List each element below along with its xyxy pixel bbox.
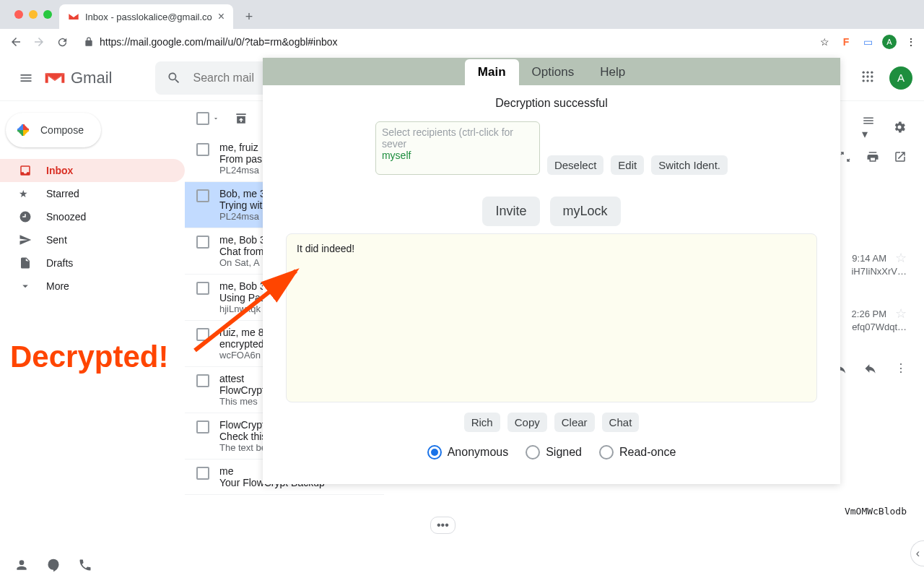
mode-signed[interactable]: Signed: [526, 445, 582, 460]
lock-icon: [84, 37, 94, 47]
message-body-code: VmOMWcBlodb: [401, 506, 907, 517]
settings-icon[interactable]: [892, 120, 907, 134]
back-button[interactable]: [6, 32, 26, 52]
message-time: 9:14 AM: [852, 253, 886, 264]
mail-checkbox[interactable]: [196, 189, 211, 222]
url-text: https://mail.google.com/mail/u/0/?tab=rm…: [100, 36, 338, 48]
decrypted-message-box[interactable]: It did indeed!: [286, 233, 817, 402]
sidebar-item-drafts[interactable]: Drafts: [0, 251, 185, 275]
annotation-decrypted: Decrypted!: [10, 340, 168, 374]
gmail-logo-text: Gmail: [71, 69, 112, 87]
mode-row: Anonymous Signed Read-once: [263, 445, 840, 460]
clock-icon: [19, 210, 33, 223]
edit-button[interactable]: Edit: [611, 155, 644, 175]
gmail-logo[interactable]: Gmail: [43, 69, 112, 87]
deselect-button[interactable]: Deselect: [547, 155, 603, 175]
star-icon[interactable]: ☆: [895, 250, 907, 266]
url-field[interactable]: https://mail.google.com/mail/u/0/?tab=rm…: [75, 32, 814, 52]
browser-tab[interactable]: Inbox - passlokalice@gmail.co ×: [59, 4, 233, 29]
close-tab-icon[interactable]: ×: [218, 10, 225, 23]
mode-readonce[interactable]: Read-once: [599, 445, 676, 460]
address-bar: https://mail.google.com/mail/u/0/?tab=rm…: [0, 29, 924, 55]
ext-translate-icon[interactable]: ▭: [860, 35, 875, 49]
maximize-window-icon[interactable]: [43, 10, 52, 19]
profile-avatar-small[interactable]: A: [882, 35, 897, 49]
recipient-select[interactable]: Select recipients (ctrl-click for sever …: [375, 121, 540, 175]
svg-point-8: [871, 79, 873, 82]
svg-point-0: [863, 71, 865, 73]
ext-f-icon[interactable]: F: [839, 35, 853, 49]
star-icon[interactable]: ☆: [817, 35, 832, 49]
recipient-placeholder: Select recipients (ctrl-click for sever: [382, 126, 533, 150]
window-controls: [7, 0, 59, 29]
toggle-pane-icon[interactable]: ▾: [862, 114, 875, 141]
tab-strip: Inbox - passlokalice@gmail.co × +: [0, 0, 924, 29]
svg-point-4: [866, 75, 868, 77]
more-icon[interactable]: ⋮: [895, 361, 907, 376]
radio-icon: [427, 445, 442, 460]
sidebar-item-snoozed[interactable]: Snoozed: [0, 205, 185, 228]
sidebar-item-starred[interactable]: ★Starred: [0, 182, 185, 205]
sidebar-footer: [14, 558, 92, 572]
mode-anonymous[interactable]: Anonymous: [427, 445, 509, 460]
person-icon[interactable]: [14, 558, 29, 572]
big-button-row: Invite myLock: [263, 197, 840, 226]
clear-button[interactable]: Clear: [554, 413, 595, 432]
archive-icon[interactable]: [234, 111, 248, 126]
phone-icon[interactable]: [78, 558, 92, 572]
apps-grid-icon[interactable]: [860, 69, 878, 87]
passlok-overlay: Main Options Help Decryption successful …: [263, 58, 840, 484]
star-icon[interactable]: ☆: [895, 306, 907, 322]
close-window-icon[interactable]: [14, 10, 23, 19]
search-icon: [167, 71, 181, 85]
expand-icon[interactable]: [839, 150, 852, 163]
svg-line-9: [195, 271, 296, 350]
reply-icon[interactable]: [863, 361, 878, 376]
tab-help[interactable]: Help: [587, 59, 638, 85]
rich-button[interactable]: Rich: [464, 413, 500, 432]
sidebar-item-inbox[interactable]: Inbox: [0, 159, 185, 182]
action-row: Rich Copy Clear Chat: [263, 413, 840, 432]
svg-point-5: [871, 75, 873, 77]
compose-button[interactable]: Compose: [6, 113, 101, 147]
copy-button[interactable]: Copy: [507, 413, 547, 432]
tab-options[interactable]: Options: [519, 59, 588, 85]
browser-chrome: Inbox - passlokalice@gmail.co × + https:…: [0, 0, 924, 55]
recipient-myself[interactable]: myself: [382, 150, 533, 161]
radio-icon: [599, 445, 614, 460]
mylock-button[interactable]: myLock: [550, 197, 621, 226]
forward-button[interactable]: [29, 32, 49, 52]
svg-point-7: [866, 79, 868, 82]
invite-button[interactable]: Invite: [482, 197, 539, 226]
collapse-pane-icon[interactable]: ‹: [910, 540, 924, 566]
tab-title: Inbox - passlokalice@gmail.co: [85, 12, 212, 22]
sidebar-label: Starred: [46, 188, 79, 199]
minimize-window-icon[interactable]: [29, 10, 38, 19]
hangouts-icon[interactable]: [46, 558, 61, 572]
profile-avatar[interactable]: A: [889, 66, 912, 90]
svg-point-6: [863, 79, 865, 82]
switch-identity-button[interactable]: Switch Ident.: [651, 155, 728, 175]
radio-icon: [526, 445, 540, 460]
select-all-checkbox[interactable]: [196, 112, 219, 125]
sidebar-label: Sent: [46, 234, 67, 246]
expand-trimmed-icon[interactable]: •••: [430, 517, 456, 534]
sidebar-item-sent[interactable]: Sent: [0, 228, 185, 251]
mail-checkbox[interactable]: [196, 143, 211, 176]
new-tab-button[interactable]: +: [239, 7, 259, 27]
sidebar-item-more[interactable]: More: [0, 275, 185, 298]
annotation-arrow-icon: [188, 264, 310, 365]
mail-checkbox[interactable]: [196, 420, 211, 453]
chevron-down-icon: [19, 280, 33, 293]
chat-button[interactable]: Chat: [602, 413, 640, 432]
popout-icon[interactable]: [894, 150, 907, 163]
browser-menu-icon[interactable]: ⋮: [904, 35, 918, 49]
mail-checkbox[interactable]: [196, 374, 211, 407]
mail-checkbox[interactable]: [196, 467, 211, 488]
sidebar-label: More: [46, 280, 69, 292]
reload-button[interactable]: [52, 32, 72, 52]
hamburger-menu-icon[interactable]: [12, 64, 40, 92]
sidebar-label: Snoozed: [46, 211, 86, 223]
print-icon[interactable]: [866, 150, 879, 163]
tab-main[interactable]: Main: [465, 59, 519, 85]
